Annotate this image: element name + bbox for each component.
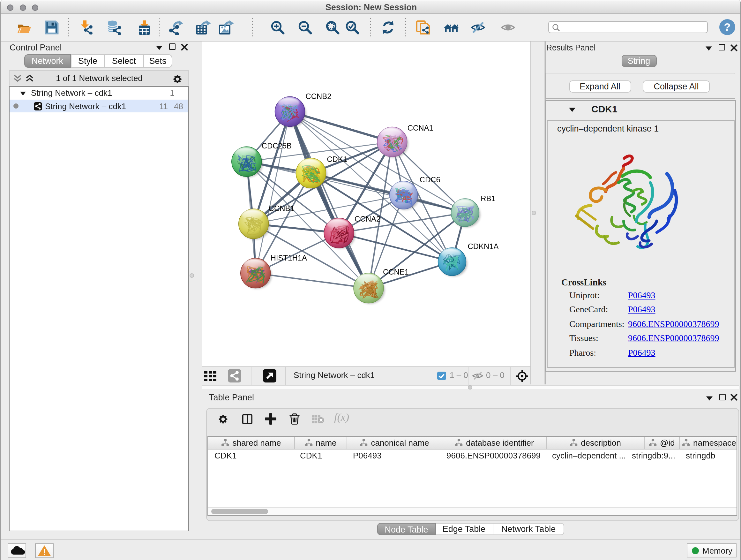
svg-text:CCNE1: CCNE1 [383, 267, 408, 276]
svg-text:HIST1H1A: HIST1H1A [270, 253, 307, 262]
svg-text:CDK1: CDK1 [327, 155, 347, 164]
svg-text:RB1: RB1 [480, 194, 495, 203]
svg-text:CDC6: CDC6 [419, 175, 440, 184]
svg-text:CDC25B: CDC25B [261, 141, 291, 150]
svg-text:CCNA2: CCNA2 [354, 214, 380, 223]
svg-text:CCNB1: CCNB1 [268, 204, 294, 212]
svg-text:CCNA1: CCNA1 [407, 124, 433, 132]
svg-text:CCNB2: CCNB2 [305, 92, 331, 101]
svg-text:CDKN1A: CDKN1A [467, 242, 498, 251]
